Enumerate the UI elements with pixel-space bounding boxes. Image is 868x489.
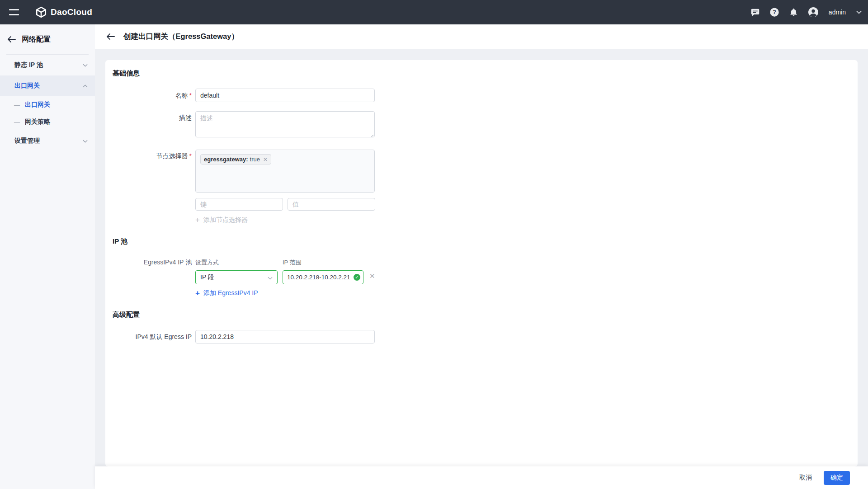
add-egress-ipv4-button[interactable]: + 添加 EgressIPv4 IP <box>195 289 375 297</box>
default-egress-ip-label: IPv4 默认 Egress IP <box>113 330 192 343</box>
tag-value: true <box>250 156 260 163</box>
page-footer: 取消 确定 <box>95 466 868 489</box>
sidebar-item-static-ip-pool[interactable]: 静态 IP 池 <box>0 55 95 75</box>
egress-ipv4-pool-label: EgressIPv4 IP 池 <box>113 259 192 297</box>
topbar: DaoCloud ? <box>0 0 868 24</box>
node-selector-tag: egressgateway: true ✕ <box>200 154 271 165</box>
sidebar-title: 网络配置 <box>22 35 51 44</box>
sidebar-back-arrow-icon[interactable] <box>7 36 16 43</box>
section-title-ippool: IP 池 <box>113 237 847 246</box>
user-avatar-icon[interactable] <box>808 7 819 18</box>
default-egress-ip-input[interactable] <box>195 330 375 343</box>
description-textarea[interactable] <box>195 111 375 137</box>
remove-ip-row-icon[interactable]: ✕ <box>369 272 375 280</box>
notification-bell-icon[interactable] <box>789 8 798 17</box>
cancel-button[interactable]: 取消 <box>799 474 812 482</box>
help-icon[interactable]: ? <box>769 7 779 17</box>
node-selector-box: egressgateway: true ✕ <box>195 150 375 193</box>
sidebar-item-egress-gateway[interactable]: 出口网关 <box>0 75 95 96</box>
daocloud-logo-icon <box>35 6 47 18</box>
ip-range-input[interactable] <box>283 270 363 284</box>
plus-icon: + <box>195 290 200 296</box>
page-title: 创建出口网关（EgressGateway） <box>123 32 239 42</box>
selector-value-input[interactable] <box>288 198 375 211</box>
brand-name: DaoCloud <box>51 7 92 17</box>
range-column-header: IP 范围 <box>283 259 363 267</box>
required-asterisk: * <box>189 92 192 99</box>
add-node-selector-button[interactable]: + 添加节点选择器 <box>195 216 248 224</box>
required-asterisk: * <box>189 152 192 160</box>
sidebar-item-settings[interactable]: 设置管理 <box>0 131 95 151</box>
name-input[interactable] <box>195 89 375 102</box>
confirm-button[interactable]: 确定 <box>824 471 850 485</box>
section-title-basic: 基础信息 <box>113 69 847 78</box>
ip-mode-select[interactable]: IP 段 <box>195 270 278 284</box>
brand[interactable]: DaoCloud <box>35 6 92 18</box>
svg-text:?: ? <box>773 9 776 15</box>
tag-key: egressgateway: <box>204 156 248 163</box>
hamburger-menu-icon[interactable] <box>9 9 19 15</box>
plus-icon: + <box>195 217 200 223</box>
select-chevron-icon <box>268 274 273 281</box>
page-back-arrow-icon[interactable] <box>106 33 115 40</box>
name-label: 名称* <box>113 89 192 102</box>
dash-icon: — <box>14 119 20 126</box>
chevron-down-icon[interactable] <box>856 10 862 14</box>
remove-tag-icon[interactable]: ✕ <box>263 156 268 163</box>
sidebar-subitem-egress-gateway[interactable]: — 出口网关 <box>0 96 95 113</box>
dash-icon: — <box>14 102 20 108</box>
chevron-up-icon <box>83 85 88 88</box>
valid-check-icon: ✓ <box>354 274 360 281</box>
section-title-advanced: 高级配置 <box>113 310 847 319</box>
description-label: 描述 <box>113 111 192 139</box>
chevron-down-icon <box>83 140 88 143</box>
username[interactable]: admin <box>829 9 846 16</box>
sidebar-subitem-gateway-policy[interactable]: — 网关策略 <box>0 113 95 131</box>
mode-column-header: 设置方式 <box>195 259 278 267</box>
page-header: 创建出口网关（EgressGateway） <box>95 24 868 49</box>
chevron-down-icon <box>83 64 88 67</box>
node-selector-label: 节点选择器* <box>113 150 192 193</box>
sidebar: 网络配置 静态 IP 池 出口网关 — 出口网关 — 网关策略 设置管理 <box>0 24 95 489</box>
form-card: 基础信息 名称* 描述 节点选择器* <box>105 60 858 466</box>
message-icon[interactable] <box>750 8 760 17</box>
selector-key-input[interactable] <box>195 198 283 211</box>
